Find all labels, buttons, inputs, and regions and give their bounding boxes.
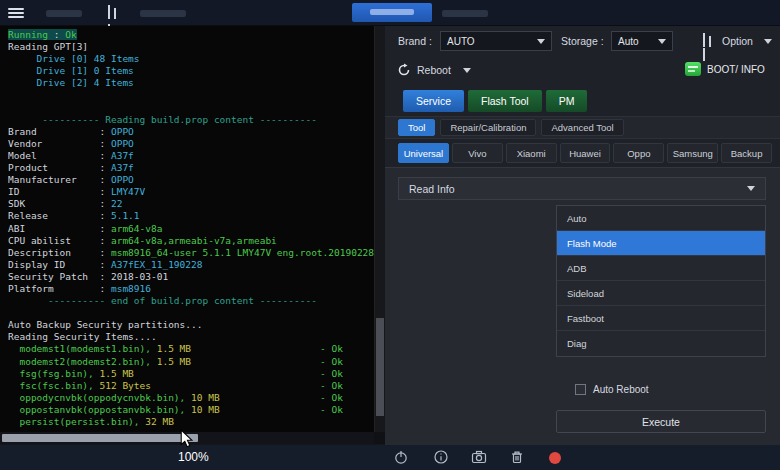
status-ok: - Ok [320, 368, 343, 380]
auto-reboot-checkbox[interactable] [575, 384, 586, 395]
console-line [8, 307, 374, 319]
console-line: SDK : 22 [8, 198, 374, 210]
boot-info-button[interactable]: BOOT/ INFO [685, 57, 765, 81]
console-line: ---------- end of build.prop content ---… [8, 295, 374, 307]
status-ok: - Ok [320, 392, 343, 404]
console-line: Drive [2] 4 Items [8, 77, 374, 89]
console-line: Platform : msm8916 [8, 283, 374, 295]
console-line: Running : Ok [8, 29, 374, 41]
stab-tool[interactable]: Tool [398, 119, 435, 136]
chevron-down-icon [747, 186, 755, 191]
connection-mode-list: AutoFlash ModeADBSideloadFastbootDiag [556, 205, 766, 357]
top-menu-item[interactable] [140, 10, 186, 17]
status-ok: - Ok [320, 343, 343, 355]
console-line: Brand : OPPO [8, 126, 374, 138]
storage-select[interactable]: Auto [611, 31, 673, 51]
console-line: Model : A37f [8, 150, 374, 162]
option-button[interactable]: Option [701, 31, 772, 51]
btab-vivo[interactable]: Vivo [452, 143, 503, 163]
right-panel: Brand : AUTO Storage : Auto Option Reboo… [385, 26, 780, 445]
brand-select[interactable]: AUTO [440, 31, 552, 51]
status-ok: - Ok [320, 356, 343, 368]
console-line: Description : msm8916_64-user 5.1.1 LMY4… [8, 247, 374, 259]
chevron-down-icon [658, 39, 666, 44]
menu-icon[interactable] [7, 6, 25, 20]
delete-icon[interactable] [509, 449, 525, 465]
mtab-pm[interactable]: PM [546, 90, 588, 112]
stab-advanced-tool[interactable]: Advanced Tool [541, 119, 623, 136]
mtab-service[interactable]: Service [403, 90, 464, 112]
console-line: oppodycnvbk(oppodycnvbk.bin), 10 MB- Ok [8, 392, 374, 404]
reboot-dropdown[interactable]: Reboot [391, 59, 477, 81]
status-ok: - Ok [320, 404, 343, 416]
chevron-down-icon [764, 39, 772, 44]
console-line: CPU abilist : arm64-v8a,armeabi-v7a,arme… [8, 235, 374, 247]
console-line: oppostanvbk(oppostanvbk.bin), 10 MB- Ok [8, 404, 374, 416]
brand-tab-bar: UniversalVivoXiaomiHuaweiOppoSamsungBack… [398, 143, 772, 163]
console-line [8, 89, 374, 101]
console-lines: Running : OkReading GPT[3] Drive [0] 48 … [0, 26, 374, 432]
console-line: Drive [1] 0 Items [8, 65, 374, 77]
boot-icon [685, 62, 701, 76]
read-info-label: Read Info [409, 183, 455, 195]
reboot-label: Reboot [417, 64, 451, 76]
console-vertical-scrollbar[interactable] [374, 26, 385, 432]
vertical-scroll-thumb[interactable] [376, 318, 384, 415]
mtab-flash-tool[interactable]: Flash Tool [468, 90, 542, 112]
btab-huawei[interactable]: Huawei [560, 143, 611, 163]
scrollbar-corner [374, 432, 385, 444]
btab-universal[interactable]: Universal [398, 143, 449, 163]
horizontal-scroll-thumb[interactable] [2, 434, 198, 442]
stab-repair-calibration[interactable]: Repair/Calibration [440, 119, 536, 136]
boot-info-label: BOOT/ INFO [707, 64, 765, 75]
active-top-tab[interactable] [352, 3, 432, 22]
console-line: ---------- Reading build.prop content --… [8, 114, 374, 126]
mode-flash-mode[interactable]: Flash Mode [557, 231, 765, 256]
tab-content: Read Info AutoFlash ModeADBSideloadFastb… [385, 167, 780, 445]
top-menu-item[interactable] [442, 10, 488, 17]
console-line: modemst1(modemst1.bin), 1.5 MB- Ok [8, 343, 374, 355]
mouse-cursor [180, 429, 193, 448]
bottom-bar: 100% [0, 445, 780, 470]
main-tab-bar: ServiceFlash ToolPM [403, 90, 587, 112]
console-line: ID : LMY47V [8, 186, 374, 198]
mode-fastboot[interactable]: Fastboot [557, 306, 765, 331]
btab-backup[interactable]: Backup [721, 143, 772, 163]
mode-diag[interactable]: Diag [557, 331, 765, 356]
console-line: fsc(fsc.bin), 512 Bytes- Ok [8, 380, 374, 392]
console-line: Reading GPT[3] [8, 41, 374, 53]
status-ok: - Ok [320, 380, 343, 392]
top-bar [0, 0, 780, 26]
record-icon[interactable] [549, 452, 561, 464]
storage-label: Storage : [561, 35, 604, 47]
console-line: Vendor : OPPO [8, 138, 374, 150]
auto-reboot-option[interactable]: Auto Reboot [575, 384, 649, 395]
btab-samsung[interactable]: Samsung [667, 143, 718, 163]
console-line: Auto Backup Security partitions... [8, 319, 374, 331]
storage-select-value: Auto [618, 36, 639, 47]
sub-tab-strip: ToolRepair/CalibrationAdvanced Tool [385, 116, 780, 139]
chevron-down-icon [463, 68, 471, 73]
console-line [8, 102, 374, 114]
console-line: fsg(fsg.bin), 1.5 MB- Ok [8, 368, 374, 380]
read-info-accordion[interactable]: Read Info [398, 177, 766, 200]
console-line: Reading Security Items.... [8, 331, 374, 343]
top-menu-item[interactable] [46, 10, 82, 17]
btab-xiaomi[interactable]: Xiaomi [506, 143, 557, 163]
mode-auto[interactable]: Auto [557, 206, 765, 231]
power-icon[interactable] [393, 449, 409, 465]
console-line: Security Patch : 2018-03-01 [8, 271, 374, 283]
info-icon[interactable] [433, 449, 449, 465]
active-top-tab-label [370, 9, 414, 15]
equalizer-icon[interactable] [106, 5, 122, 21]
progress-percent: 100% [178, 450, 209, 464]
chevron-down-icon [537, 39, 545, 44]
mode-sideload[interactable]: Sideload [557, 281, 765, 306]
refresh-icon [397, 63, 411, 77]
screenshot-icon[interactable] [471, 449, 487, 465]
execute-button[interactable]: Execute [556, 410, 766, 433]
mode-adb[interactable]: ADB [557, 256, 765, 281]
brand-select-value: AUTO [447, 36, 475, 47]
console-line: Manufacturer : OPPO [8, 174, 374, 186]
btab-oppo[interactable]: Oppo [613, 143, 664, 163]
